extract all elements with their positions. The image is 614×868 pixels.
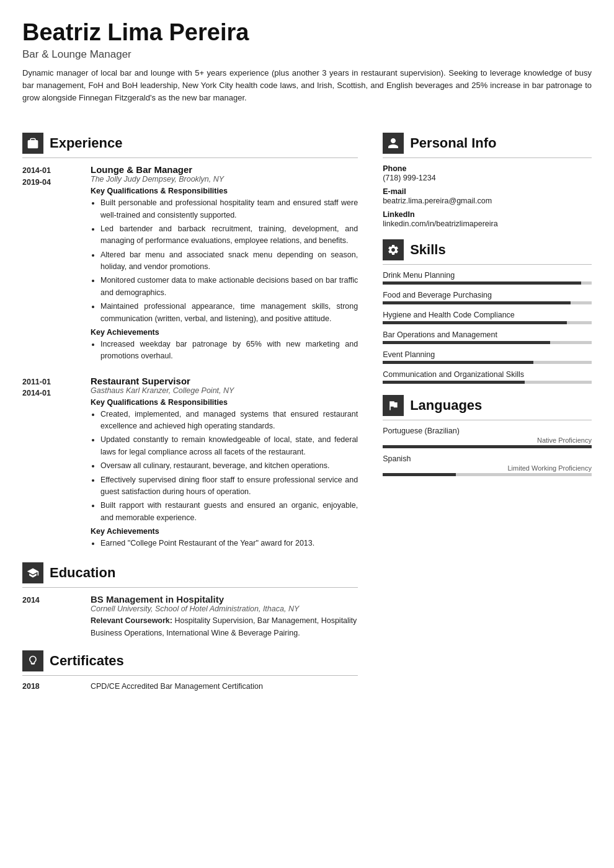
skill-item: Food and Beverage Purchasing	[383, 291, 592, 304]
list-item: Built rapport with restaurant guests and…	[100, 500, 358, 524]
coursework-label: Relevant Coursework:	[91, 616, 172, 625]
header-summary: Dynamic manager of local bar and lounge …	[22, 67, 592, 104]
skill-bar-fill	[383, 361, 533, 364]
skill-bar-fill	[383, 301, 571, 304]
list-item: Earned "College Point Restaurant of the …	[100, 538, 358, 549]
skill-name: Communication and Organizational Skills	[383, 370, 592, 379]
flag-icon	[387, 399, 399, 412]
skills-icon	[383, 239, 404, 260]
education-content: BS Management in HospitalityCornell Univ…	[91, 594, 358, 639]
skill-bar-fill	[383, 281, 581, 285]
right-column: Personal Info Phone (718) 999-1234 E-mai…	[375, 122, 592, 691]
skill-bar-background	[383, 301, 592, 304]
language-bar-background	[383, 445, 592, 448]
entry-job-title: Restaurant Supervisor	[91, 376, 358, 386]
header-section: Beatriz Lima Pereira Bar & Lounge Manage…	[22, 20, 592, 104]
resume-container: Beatriz Lima Pereira Bar & Lounge Manage…	[0, 0, 614, 711]
list-item: Updated constantly to remain knowledgeab…	[100, 434, 358, 458]
skill-bar-background	[383, 281, 592, 285]
skill-bar-background	[383, 341, 592, 344]
person-icon	[387, 137, 399, 149]
language-item: Portuguese (Brazilian)Native Proficiency	[383, 427, 592, 448]
experience-entry: 2014-012019-04Lounge & Bar ManagerThe Jo…	[22, 164, 358, 365]
skill-name: Hygiene and Health Code Compliance	[383, 311, 592, 319]
personal-info-section-header: Personal Info	[383, 133, 592, 154]
education-icon	[22, 562, 43, 583]
personal-info-title: Personal Info	[410, 135, 496, 151]
language-bar-fill	[383, 445, 592, 448]
skill-bar-background	[383, 361, 592, 364]
briefcase-icon	[27, 137, 39, 149]
list-item: Increased weekday bar patronage by 65% w…	[100, 339, 358, 363]
experience-section-header: Experience	[22, 133, 358, 154]
certificates-title: Certificates	[50, 653, 124, 669]
language-level-label: Native Proficiency	[383, 436, 592, 444]
skill-bar-fill	[383, 381, 525, 384]
certificate-year: 2018	[22, 682, 91, 691]
header-title: Bar & Lounge Manager	[22, 48, 592, 61]
language-bar-fill	[383, 473, 456, 476]
certificates-divider	[22, 675, 358, 676]
language-name: Portuguese (Brazilian)	[383, 427, 592, 435]
two-col-layout: Experience 2014-012019-04Lounge & Bar Ma…	[22, 122, 592, 691]
qualifications-list: Created, implemented, and managed system…	[91, 409, 358, 524]
list-item: Created, implemented, and managed system…	[100, 409, 358, 433]
languages-divider	[383, 420, 592, 420]
skills-divider	[383, 264, 592, 265]
entry-company: The Jolly Judy Dempsey, Brooklyn, NY	[91, 175, 358, 184]
skill-bar-background	[383, 381, 592, 384]
experience-entries: 2014-012019-04Lounge & Bar ManagerThe Jo…	[22, 164, 358, 551]
personal-info-icon	[383, 133, 404, 154]
skill-name: Drink Menu Planning	[383, 271, 592, 280]
education-entry: 2014BS Management in HospitalityCornell …	[22, 594, 358, 639]
phone-value: (718) 999-1234	[383, 174, 592, 182]
language-level-label: Limited Working Proficiency	[383, 464, 592, 472]
linkedin-value: linkedin.com/in/beatrizlimapereira	[383, 219, 592, 228]
linkedin-label: LinkedIn	[383, 210, 592, 219]
language-name: Spanish	[383, 454, 592, 463]
skill-item: Event Planning	[383, 350, 592, 364]
experience-entry: 2011-012014-01Restaurant SupervisorGasth…	[22, 376, 358, 552]
skills-section-header: Skills	[383, 239, 592, 260]
entry-dates: 2011-012014-01	[22, 376, 91, 552]
experience-divider	[22, 157, 358, 158]
education-title: Education	[50, 565, 115, 581]
certificate-entry: 2018CPD/CE Accredited Bar Management Cer…	[22, 682, 358, 691]
skill-name: Event Planning	[383, 350, 592, 359]
languages-icon	[383, 395, 404, 416]
entry-content: Lounge & Bar ManagerThe Jolly Judy Demps…	[91, 164, 358, 365]
left-column: Experience 2014-012019-04Lounge & Bar Ma…	[22, 122, 375, 691]
skills-gear-icon	[387, 244, 399, 256]
certificates-entries: 2018CPD/CE Accredited Bar Management Cer…	[22, 682, 358, 691]
skill-name: Bar Operations and Management	[383, 330, 592, 339]
language-bar-background	[383, 473, 592, 476]
languages-title: Languages	[410, 397, 482, 414]
education-school: Cornell University, School of Hotel Admi…	[91, 604, 358, 613]
entry-company: Gasthaus Karl Kranzer, College Point, NY	[91, 386, 358, 395]
education-divider	[22, 587, 358, 588]
list-item: Oversaw all culinary, restaurant, bevera…	[100, 460, 358, 472]
skill-item: Hygiene and Health Code Compliance	[383, 311, 592, 324]
education-year: 2014	[22, 594, 91, 639]
list-item: Built personable and professional hospit…	[100, 197, 358, 221]
skills-entries: Drink Menu PlanningFood and Beverage Pur…	[383, 271, 592, 384]
entry-content: Restaurant SupervisorGasthaus Karl Kranz…	[91, 376, 358, 552]
languages-entries: Portuguese (Brazilian)Native Proficiency…	[383, 427, 592, 476]
education-coursework: Relevant Coursework: Hospitality Supervi…	[91, 615, 358, 639]
skill-bar-fill	[383, 321, 566, 324]
header-name: Beatriz Lima Pereira	[22, 20, 592, 46]
qualifications-list: Built personable and professional hospit…	[91, 197, 358, 325]
list-item: Led bartender and barback recruitment, t…	[100, 223, 358, 247]
education-degree: BS Management in Hospitality	[91, 594, 358, 604]
achievements-heading: Key Achievements	[91, 527, 358, 536]
qualifications-heading: Key Qualifications & Responsibilities	[91, 398, 358, 407]
personal-info-divider	[383, 157, 592, 158]
qualifications-heading: Key Qualifications & Responsibilities	[91, 187, 358, 195]
achievements-list: Earned "College Point Restaurant of the …	[91, 538, 358, 549]
list-item: Effectively supervised dining floor staf…	[100, 474, 358, 498]
email-label: E-mail	[383, 187, 592, 196]
certificates-section-header: Certificates	[22, 650, 358, 671]
list-item: Altered bar menu and associated snack me…	[100, 249, 358, 273]
list-item: Monitored customer data to make actionab…	[100, 275, 358, 299]
entry-job-title: Lounge & Bar Manager	[91, 164, 358, 175]
